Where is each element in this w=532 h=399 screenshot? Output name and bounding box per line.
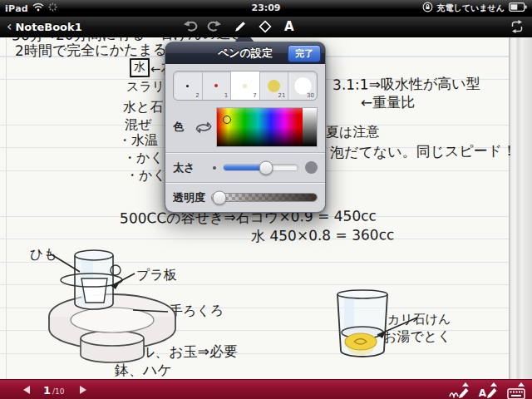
rotate-page-icon[interactable] [509, 19, 525, 37]
pen-size-selector: 2 1 7 21 30 [173, 71, 318, 101]
app-screen: iPad 23:09 充電していません ‹ NoteBook1 A 50分⇒20… [0, 0, 532, 399]
done-button[interactable]: 完了 [288, 45, 321, 62]
keyboard-icon[interactable] [507, 382, 525, 399]
opacity-thumb[interactable] [212, 190, 226, 204]
handwritten-note: 水 450×0.8 = 360cc [251, 225, 395, 246]
handwritten-note: 3.1:1⇒吸水性が高い型 [332, 74, 480, 95]
pen-size-option-1[interactable]: 2 [174, 71, 203, 100]
opacity-slider[interactable] [211, 193, 318, 202]
handwritten-note: ←重量比 [361, 93, 415, 113]
text-tool-icon[interactable]: A [284, 19, 294, 34]
hue-spectrum[interactable] [217, 108, 303, 146]
current-page: 1 [43, 384, 51, 397]
total-pages: /10 [52, 387, 64, 396]
pen-size-dot [186, 85, 189, 87]
handwritten-note: 夏は注意 [326, 124, 380, 142]
rotation-lock-icon [422, 2, 433, 15]
pen-size-dot [243, 84, 247, 88]
pen-size-dot [214, 84, 218, 87]
caret-up-icon [518, 382, 525, 387]
divider [165, 152, 325, 154]
thickness-slider[interactable] [223, 164, 298, 171]
opacity-label: 透明度 [173, 190, 211, 205]
text-mode-glyph: A [479, 387, 486, 399]
pen-size-value: 2 [195, 92, 199, 99]
thickness-min-dot [213, 166, 216, 170]
toolbar: ‹ NoteBook1 A [0, 17, 532, 37]
color-cycle-icon[interactable] [191, 121, 216, 135]
color-label: 色 [173, 120, 191, 135]
status-bar: iPad 23:09 充電していません [0, 0, 532, 17]
eraser-tool-icon[interactable] [259, 20, 272, 37]
back-chevron-icon: ‹ [7, 18, 12, 35]
prev-page-icon[interactable] [23, 386, 30, 394]
pen-size-option-2[interactable]: 1 [203, 71, 232, 100]
grayscale-column[interactable] [303, 108, 317, 146]
caret-up-icon [490, 382, 497, 387]
paper-left-margin [6, 37, 7, 379]
pen-tool-icon[interactable] [234, 20, 247, 37]
handwritten-note-boxed: 水 [130, 58, 150, 77]
handwriting-mode-icon[interactable] [449, 382, 470, 399]
pen-size-value: 7 [253, 92, 256, 99]
caret-up-icon [462, 382, 469, 387]
popup-body: 2 1 7 21 30 [165, 64, 325, 212]
page-stack-edge [509, 37, 532, 379]
color-picker[interactable] [216, 107, 318, 147]
undo-icon[interactable] [183, 20, 198, 36]
soap-glass-sketch [331, 289, 480, 364]
back-button[interactable]: ‹ NoteBook1 [7, 18, 82, 35]
pen-size-value: 30 [307, 92, 314, 99]
redo-icon[interactable] [207, 20, 222, 36]
bottom-bar: 1 /10 A [0, 379, 532, 399]
pen-settings-popup: ペンの設定 完了 2 1 7 21 [165, 42, 326, 213]
pen-size-option-5[interactable]: 30 [288, 71, 317, 100]
thickness-max-dot [305, 161, 318, 174]
pen-size-option-3-selected[interactable]: 7 [231, 71, 260, 100]
pottery-wheel-sketch [33, 244, 216, 378]
text-mode-icon[interactable]: A [479, 382, 498, 399]
charge-status-label: 充電していません [437, 2, 505, 14]
handwritten-note: 泡だてない。同じスピード！ [330, 141, 516, 162]
pen-size-dot [268, 80, 280, 92]
color-selector-ring [223, 116, 231, 124]
pen-size-option-4[interactable]: 21 [260, 71, 289, 100]
handwritten-note: ・水温 [118, 132, 158, 150]
battery-icon [509, 2, 527, 14]
divider [165, 182, 325, 184]
thickness-thumb[interactable] [259, 160, 273, 175]
handwritten-note: 水と石 [123, 99, 164, 117]
next-page-icon[interactable] [80, 386, 86, 394]
popup-title: ペンの設定 [218, 46, 273, 61]
handwritten-note: ・かく [123, 150, 164, 168]
pen-size-value: 1 [224, 92, 228, 99]
thickness-label: 太さ [173, 160, 211, 175]
popup-header: ペンの設定 完了 [165, 42, 325, 64]
notebook-title: NoteBook1 [15, 21, 81, 33]
pen-size-value: 21 [278, 92, 285, 99]
